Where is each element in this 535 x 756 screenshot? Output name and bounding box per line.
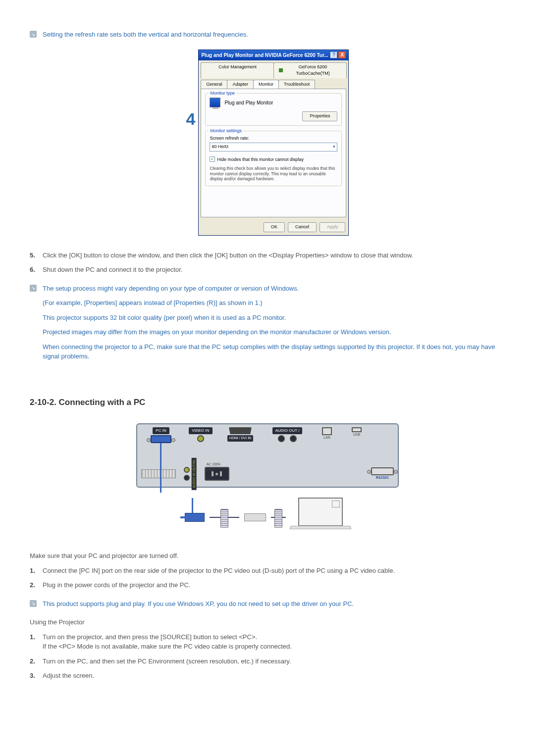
rs232-port-icon — [371, 467, 394, 475]
hide-modes-warning: Clearing this check box allows you to se… — [210, 166, 337, 182]
lan-port-icon — [322, 427, 332, 435]
close-button[interactable]: X — [338, 51, 346, 58]
info-icon: ↘ — [30, 285, 37, 292]
pc-in-label: PC IN — [153, 427, 169, 434]
audio-jack-icon — [278, 435, 285, 442]
dialog-figure: 4 Plug and Play Monitor and NVIDIA GeFor… — [30, 50, 505, 236]
hdmi-label: HDMI / DVI IN — [227, 435, 253, 442]
windows-dialog: Plug and Play Monitor and NVIDIA GeForce… — [198, 50, 349, 236]
list-item: 3.Adjust the screen. — [30, 671, 505, 681]
tab-troubleshoot[interactable]: Troubleshoot — [278, 80, 315, 89]
list-item: 5.Click the [OK] button to close the win… — [30, 251, 505, 260]
audio-in-label: AUDIO IN OUT/IN — [192, 458, 197, 490]
tab-monitor[interactable]: Monitor — [253, 80, 279, 89]
cable-diagram — [136, 498, 399, 537]
notes-block: ↘ The setup process might vary depending… — [30, 284, 505, 366]
usb-label: USB — [353, 432, 360, 438]
tab-color-management[interactable]: Color Management — [201, 62, 274, 78]
steps-list-a: 5.Click the [OK] button to close the win… — [30, 251, 505, 275]
plug-play-text: This product supports plug and play. If … — [43, 599, 354, 609]
monitor-name: Plug and Play Monitor — [224, 99, 273, 106]
cable-guide-line — [160, 443, 161, 493]
tab-general[interactable]: General — [201, 80, 227, 89]
list-item: 2.Plug in the power cords of the project… — [30, 580, 505, 590]
vga-port-icon — [151, 435, 171, 443]
monitor-settings-legend: Monitor settings — [209, 128, 243, 135]
section-title: 2-10-2. Connecting with a PC — [30, 396, 505, 409]
audio-jack-icon — [184, 467, 190, 473]
top-note-text: Setting the refresh rate sets both the v… — [43, 30, 248, 40]
list-item: 1.Connect the [PC IN] port on the rear s… — [30, 566, 505, 576]
tabs-row-upper: Color Management GeForce 6200 TurboCache… — [199, 60, 348, 78]
refresh-rate-value: 60 Hertz — [212, 144, 228, 151]
notes-body: The setup process might vary depending o… — [43, 284, 505, 366]
tabs-row-lower: General Adapter Monitor Troubleshoot — [199, 78, 348, 89]
info-icon: ↘ — [30, 600, 37, 607]
rs232c-label: RS232C — [376, 475, 389, 481]
audio-out-label: AUDIO OUT / — [272, 427, 303, 434]
vga-connector-icon — [244, 513, 266, 521]
hide-modes-label: Hide modes that this monitor cannot disp… — [217, 156, 304, 163]
properties-button[interactable]: Properties — [302, 111, 337, 121]
refresh-rate-select[interactable]: 60 Hertz ▾ — [210, 143, 337, 151]
dialog-titlebar: Plug and Play Monitor and NVIDIA GeForce… — [199, 50, 348, 60]
hdmi-port-icon — [229, 427, 252, 434]
monitor-type-group: Monitor type Plug and Play Monitor Prope… — [205, 93, 342, 126]
video-in-label: VIDEO IN — [189, 427, 212, 434]
laptop-icon — [291, 498, 350, 537]
vent-icon — [141, 469, 176, 478]
monitor-settings-group: Monitor settings Screen refresh rate: 60… — [205, 131, 342, 186]
info-icon: ↘ — [30, 31, 37, 38]
using-projector-title: Using the Projector — [30, 617, 505, 627]
list-item: 1.Turn on the projector, and then press … — [30, 632, 505, 652]
usb-port-icon — [352, 427, 362, 432]
tab-adapter[interactable]: Adapter — [227, 80, 254, 89]
tab-geforce[interactable]: GeForce 6200 TurboCache(TM) — [273, 62, 347, 78]
dialog-body: Monitor type Plug and Play Monitor Prope… — [201, 89, 346, 217]
audio-jack-icon — [290, 435, 297, 442]
top-note: ↘ Setting the refresh rate sets both the… — [30, 30, 505, 40]
step-marker: 4 — [186, 106, 196, 132]
hide-modes-checkbox[interactable]: ✓ — [210, 156, 215, 162]
monitor-type-legend: Monitor type — [209, 90, 236, 97]
audio-jack-icon — [184, 475, 190, 481]
help-button[interactable]: ? — [330, 51, 337, 58]
lan-label: LAN — [323, 435, 330, 441]
steps-list-c: 1.Turn on the projector, and then press … — [30, 632, 505, 681]
cable-line — [271, 517, 286, 518]
cable-ferrite-icon — [210, 517, 239, 518]
cancel-button[interactable]: Cancel — [288, 222, 317, 232]
projector-rear-panel: PC IN VIDEO IN HDMI / DVI IN AUDIO OUT / — [136, 423, 399, 488]
rca-port-icon — [197, 435, 204, 442]
pre-steps-note: Make sure that your PC and projector are… — [30, 551, 505, 561]
dialog-footer: OK Cancel Apply — [199, 219, 348, 235]
dialog-title-text: Plug and Play Monitor and NVIDIA GeForce… — [201, 51, 328, 59]
nvidia-icon — [279, 68, 282, 72]
refresh-rate-label: Screen refresh rate: — [210, 135, 337, 142]
apply-button[interactable]: Apply — [320, 222, 346, 232]
steps-list-b: 1.Connect the [PC IN] port on the rear s… — [30, 566, 505, 590]
plug-play-note: ↘ This product supports plug and play. I… — [30, 599, 505, 609]
monitor-icon — [210, 98, 220, 107]
connection-figure: PC IN VIDEO IN HDMI / DVI IN AUDIO OUT / — [30, 423, 505, 537]
ac-label: AC 100V-240V — [207, 462, 229, 472]
ok-button[interactable]: OK — [264, 222, 285, 232]
list-item: 2.Turn on the PC, and then set the PC En… — [30, 656, 505, 666]
chevron-down-icon: ▾ — [333, 144, 335, 151]
list-item: 6.Shut down the PC and connect it to the… — [30, 265, 505, 275]
vga-connector-icon — [185, 513, 205, 522]
